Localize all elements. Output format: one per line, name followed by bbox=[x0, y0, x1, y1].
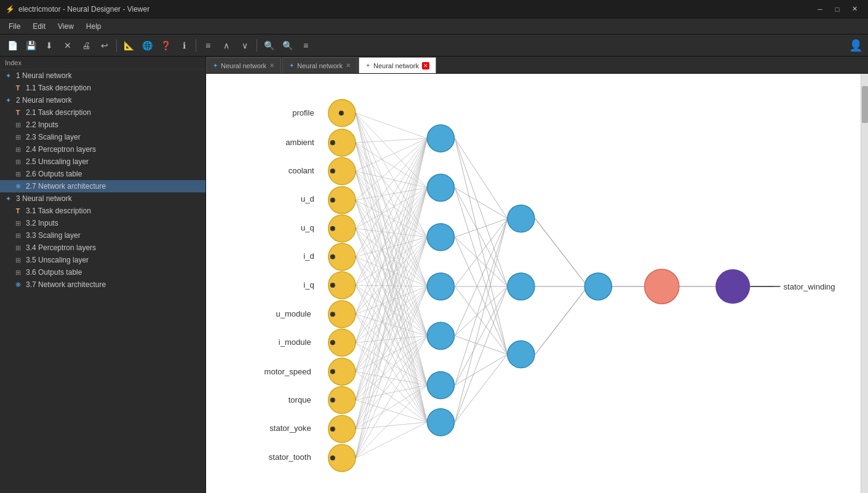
sidebar-item-3-1[interactable]: T 3.1 Task description bbox=[0, 205, 205, 217]
sidebar-item-2[interactable]: ✦ 2 Neural network bbox=[0, 94, 205, 106]
sidebar-item-label: 3.7 Network architecture bbox=[26, 280, 106, 289]
tabs-bar: ✦ Neural network ✕ ✦ Neural network ✕ ✦ … bbox=[206, 57, 868, 74]
menu-edit[interactable]: Edit bbox=[26, 21, 52, 32]
sidebar: Index ✦ 1 Neural network T 1.1 Task desc… bbox=[0, 57, 206, 493]
menu-button[interactable]: ≡ bbox=[199, 37, 217, 54]
h1-node-3 bbox=[427, 224, 454, 251]
input-dot-profile bbox=[339, 111, 344, 116]
info-button[interactable]: ℹ bbox=[175, 37, 193, 54]
down-button[interactable]: ∨ bbox=[236, 37, 253, 54]
zoom-in-button[interactable]: 🔍 bbox=[260, 37, 277, 54]
tab-3[interactable]: ✦ Neural network ✕ bbox=[359, 57, 436, 73]
close-doc-button[interactable]: ✕ bbox=[59, 37, 76, 54]
grid-icon: ⊞ bbox=[12, 120, 23, 130]
sidebar-item-2-6[interactable]: ⊞ 2.6 Outputs table bbox=[0, 168, 205, 180]
input-label-iq: i_q bbox=[303, 280, 314, 290]
menu-help[interactable]: Help bbox=[80, 21, 108, 32]
zoom-out-button[interactable]: 🔍 bbox=[279, 37, 296, 54]
new-button[interactable]: 📄 bbox=[4, 37, 21, 54]
sidebar-item-3-4[interactable]: ⊞ 3.4 Perceptron layers bbox=[0, 242, 205, 254]
grid-icon: ⊞ bbox=[12, 144, 23, 154]
h1-node-7 bbox=[427, 409, 454, 436]
tab-label-3: Neural network bbox=[373, 62, 419, 69]
toolbar: 📄 💾 ⬇ ✕ 🖨 ↩ 📐 🌐 ❓ ℹ ≡ ∧ ∨ 🔍 🔍 ≡ 👤 bbox=[0, 34, 868, 57]
sidebar-item-label: 3.2 Inputs bbox=[26, 219, 58, 227]
sidebar-item-1[interactable]: ✦ 1 Neural network bbox=[0, 69, 205, 82]
sidebar-item-2-3[interactable]: ⊞ 2.3 Scaling layer bbox=[0, 131, 205, 143]
menu-view[interactable]: View bbox=[52, 21, 80, 32]
sidebar-item-label: 3.5 Unscaling layer bbox=[26, 256, 89, 264]
grid-icon: ⊞ bbox=[12, 218, 23, 228]
output-node-1 bbox=[645, 269, 679, 304]
maximize-button[interactable]: □ bbox=[829, 1, 846, 18]
sidebar-item-3-5[interactable]: ⊞ 3.5 Unscaling layer bbox=[0, 254, 205, 266]
input-dot-imodule bbox=[330, 340, 335, 345]
h1-node-2 bbox=[427, 174, 454, 201]
h2-node-2 bbox=[508, 273, 535, 300]
app-icon: ⚡ bbox=[5, 4, 15, 14]
input-dot-motorspeed bbox=[330, 369, 335, 374]
tab-icon-2: ✦ bbox=[289, 62, 294, 69]
sidebar-header: Index bbox=[0, 57, 205, 69]
scrollbar-thumb[interactable] bbox=[862, 86, 868, 123]
h1-node-5 bbox=[427, 322, 454, 349]
input-dot-ud bbox=[330, 197, 335, 202]
sidebar-item-3-3[interactable]: ⊞ 3.3 Scaling layer bbox=[0, 229, 205, 242]
sidebar-item-label: 2 Neural network bbox=[16, 96, 72, 105]
sidebar-item-3-6[interactable]: ⊞ 3.6 Outputs table bbox=[0, 266, 205, 278]
sidebar-item-1-1[interactable]: T 1.1 Task description bbox=[0, 82, 205, 94]
undo-button[interactable]: ↩ bbox=[96, 37, 113, 54]
sidebar-item-2-2[interactable]: ⊞ 2.2 Inputs bbox=[0, 119, 205, 131]
input-dot-statoryoke bbox=[330, 427, 335, 432]
network-svg: profile ambient coolant u_d bbox=[206, 74, 861, 493]
tab-2[interactable]: ✦ Neural network ✕ bbox=[282, 57, 357, 73]
sidebar-item-2-7[interactable]: ❋ 2.7 Network architecture bbox=[0, 180, 205, 192]
profile-button[interactable]: 👤 bbox=[847, 37, 864, 54]
window-title: electricmotor - Neural Designer - Viewer bbox=[18, 5, 811, 14]
globe-button[interactable]: 🌐 bbox=[138, 37, 156, 54]
grid-icon: ⊞ bbox=[12, 157, 23, 167]
tab-label-2: Neural network bbox=[297, 62, 343, 69]
text-icon: T bbox=[12, 108, 23, 117]
sidebar-item-2-4[interactable]: ⊞ 2.4 Perceptron layers bbox=[0, 143, 205, 156]
tab-close-1[interactable]: ✕ bbox=[269, 62, 274, 69]
output-node-2 bbox=[715, 269, 750, 304]
input-label-motorspeed: motor_speed bbox=[265, 367, 311, 376]
input-label-profile: profile bbox=[292, 108, 314, 117]
content-area: ✦ Neural network ✕ ✦ Neural network ✕ ✦ … bbox=[206, 57, 868, 493]
sidebar-item-3-7[interactable]: ❋ 3.7 Network architecture bbox=[0, 278, 205, 291]
menu-file[interactable]: File bbox=[2, 21, 26, 32]
save-button[interactable]: 💾 bbox=[22, 37, 39, 54]
help-button[interactable]: ❓ bbox=[157, 37, 174, 54]
sidebar-item-label: 1 Neural network bbox=[16, 71, 72, 80]
sidebar-item-3-2[interactable]: ⊞ 3.2 Inputs bbox=[0, 217, 205, 229]
output-label: stator_winding bbox=[784, 282, 835, 291]
download-button[interactable]: ⬇ bbox=[41, 37, 58, 54]
tab-close-2[interactable]: ✕ bbox=[346, 62, 351, 69]
input-label-statoryoke: stator_yoke bbox=[269, 424, 311, 433]
network-icon: ✦ bbox=[2, 71, 14, 81]
up-button[interactable]: ∧ bbox=[218, 37, 235, 54]
close-button[interactable]: ✕ bbox=[846, 1, 863, 18]
sidebar-item-2-5[interactable]: ⊞ 2.5 Unscaling layer bbox=[0, 156, 205, 168]
minimize-button[interactable]: ─ bbox=[811, 1, 829, 18]
print-button[interactable]: 🖨 bbox=[78, 37, 95, 54]
draw-button[interactable]: 📐 bbox=[120, 37, 137, 54]
sidebar-item-label: 2.5 Unscaling layer bbox=[26, 157, 89, 166]
tab-1[interactable]: ✦ Neural network ✕ bbox=[206, 57, 281, 73]
input-label-statortooth: stator_tooth bbox=[269, 452, 311, 462]
options-button[interactable]: ≡ bbox=[297, 37, 314, 54]
scrollbar[interactable] bbox=[861, 74, 868, 493]
sidebar-item-label: 3.4 Perceptron layers bbox=[26, 243, 96, 252]
menubar: File Edit View Help bbox=[0, 18, 868, 34]
input-dot-id bbox=[330, 254, 335, 259]
sidebar-item-label: 2.4 Perceptron layers bbox=[26, 145, 96, 154]
input-label-coolant: coolant bbox=[289, 166, 314, 175]
sidebar-item-2-1[interactable]: T 2.1 Task description bbox=[0, 106, 205, 119]
input-label-ud: u_d bbox=[301, 195, 314, 204]
sidebar-item-3[interactable]: ✦ 3 Neural network bbox=[0, 192, 205, 205]
tab-close-3[interactable]: ✕ bbox=[422, 62, 429, 69]
text-icon: T bbox=[12, 83, 23, 93]
tab-icon-1: ✦ bbox=[213, 62, 218, 69]
separator-1 bbox=[116, 39, 117, 52]
